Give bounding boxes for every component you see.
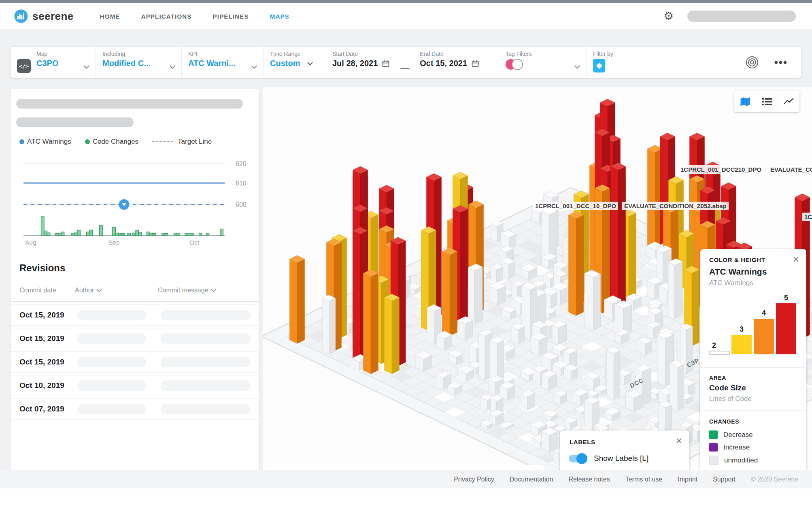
settings-gear-icon[interactable]	[663, 11, 674, 22]
commit-message-placeholder	[161, 333, 251, 344]
author-placeholder	[77, 380, 146, 391]
revisions-col-author[interactable]: Author	[75, 287, 158, 294]
code-city-map[interactable]: 1CPRCL_001_DCC_10_DPOEVALUATE_CONDITION_…	[263, 87, 812, 482]
chevron-down-icon[interactable]	[251, 65, 257, 69]
list-view-button[interactable]	[756, 91, 778, 112]
trend-icon	[783, 97, 795, 106]
footer-link-release-notes[interactable]: Release notes	[568, 476, 610, 483]
area-name: Code Size	[709, 383, 746, 392]
revision-row[interactable]: Oct 15, 2019	[11, 305, 259, 326]
author-placeholder	[77, 333, 146, 344]
chevron-down-icon[interactable]	[169, 65, 176, 69]
filter-tags[interactable]: Tag Filters	[499, 47, 586, 78]
calendar-icon[interactable]	[382, 60, 390, 68]
map-file-label[interactable]: 1CPRCL_001_DCC210_DPO	[678, 165, 763, 174]
filter-kpi[interactable]: KPI ATC Warni...	[181, 47, 263, 78]
changes-label: CHANGES	[709, 418, 739, 425]
author-placeholder	[77, 357, 146, 367]
filter-map-label: Map	[36, 51, 90, 57]
commit-message-placeholder	[161, 404, 251, 414]
nav-divider	[86, 9, 86, 23]
more-menu-icon[interactable]: •••	[774, 56, 788, 69]
nav-item-home[interactable]: HOME	[100, 13, 120, 20]
filter-kpi-label: KPI	[188, 51, 257, 57]
footer-link-support[interactable]: Support	[713, 476, 735, 483]
author-placeholder	[77, 310, 146, 320]
revision-row[interactable]: Oct 15, 2019	[11, 328, 259, 349]
revision-row[interactable]: Oct 15, 2019	[11, 351, 259, 373]
map-view-toolbar	[734, 91, 799, 112]
brand-name: seerene	[32, 10, 74, 23]
end-date-value[interactable]: Oct 15, 2021	[420, 59, 467, 68]
chevron-down-icon[interactable]	[307, 62, 313, 65]
title-placeholder	[16, 99, 243, 109]
chevron-down-icon[interactable]	[83, 65, 90, 69]
nav-item-maps[interactable]: MAPS	[270, 13, 289, 20]
time-range-value[interactable]: Custom	[270, 59, 300, 68]
area-label: AREA	[709, 375, 726, 381]
nav-item-pipelines[interactable]: PIPELINES	[213, 13, 249, 20]
svg-text:620: 620	[236, 160, 247, 167]
footer-link-imprint[interactable]: Imprint	[678, 476, 697, 483]
start-date-field[interactable]: Start Date Jul 28, 2021	[332, 51, 390, 68]
filter-by[interactable]: Filter by	[586, 47, 708, 78]
legend-item: Code Changes	[85, 138, 138, 146]
start-date-value[interactable]: Jul 28, 2021	[332, 59, 378, 68]
tag-chip-empty[interactable]	[512, 59, 523, 70]
svg-text:600: 600	[236, 201, 247, 208]
map-file-label[interactable]: 1CPRCL_001_DCC_10_DPO	[533, 202, 618, 210]
revision-row[interactable]: Oct 10, 2019	[11, 375, 259, 396]
filter-by-icon[interactable]	[593, 59, 605, 72]
footer-link-privacy-policy[interactable]: Privacy Policy	[454, 476, 494, 483]
commit-date: Oct 15, 2019	[19, 311, 77, 320]
legend-dash-icon	[152, 141, 173, 142]
chevron-down-icon[interactable]	[96, 289, 102, 292]
filter-map[interactable]: Map </> C3PO	[11, 47, 96, 78]
map-file-label[interactable]: 1CP	[802, 213, 812, 221]
trend-view-button[interactable]	[778, 91, 799, 112]
close-icon[interactable]: ×	[793, 254, 799, 264]
change-label: Decrease	[723, 431, 753, 439]
content-area: Map </> C3PO Including Modified C... KPI…	[0, 29, 812, 488]
revision-row[interactable]: Oct 07, 2019	[11, 398, 259, 420]
time-range-label: Time Range	[270, 51, 322, 57]
map-view-button[interactable]	[734, 91, 756, 112]
chevron-down-icon[interactable]	[210, 289, 216, 292]
commit-message-placeholder	[161, 310, 251, 320]
footer-link-terms-of-use[interactable]: Terms of use	[625, 476, 663, 483]
kpi-trend-chart[interactable]: 620610600AugSepOct	[16, 155, 253, 249]
filter-kpi-value[interactable]: ATC Warni...	[188, 59, 257, 68]
height-legend-chart: 2345	[708, 293, 798, 361]
code-icon: </>	[17, 59, 31, 73]
close-icon[interactable]: ×	[676, 435, 682, 446]
map-file-label[interactable]: EVALUATE_CON	[768, 165, 812, 174]
end-date-field[interactable]: End Date Oct 15, 2021	[420, 51, 479, 68]
filter-including-value[interactable]: Modified C...	[102, 59, 176, 68]
focus-target-icon[interactable]	[745, 55, 759, 69]
svg-text:2: 2	[712, 341, 716, 349]
show-labels-toggle[interactable]	[569, 455, 586, 462]
divider	[11, 301, 259, 302]
tag-filter-chips[interactable]	[506, 59, 580, 70]
revisions-col-commit-message[interactable]: Commit message	[158, 287, 216, 294]
nav-item-applications[interactable]: APPLICATIONS	[141, 13, 192, 20]
footer-link-documentation[interactable]: Documentation	[510, 476, 553, 483]
swatch-icon	[709, 430, 718, 439]
brand[interactable]: seerene	[14, 9, 74, 23]
change-label: Increase	[723, 443, 750, 452]
filter-including[interactable]: Including Modified C...	[96, 47, 181, 78]
filter-map-value[interactable]: C3PO	[36, 59, 90, 68]
calendar-icon[interactable]	[471, 60, 479, 68]
user-menu-placeholder[interactable]	[687, 11, 796, 22]
chart-legend: ATC WarningsCode ChangesTarget Line	[19, 138, 212, 146]
filter-including-label: Including	[102, 51, 176, 57]
footer: Privacy PolicyDocumentationRelease notes…	[0, 470, 812, 488]
legend-item: Target Line	[152, 138, 212, 146]
revisions-list: Oct 15, 2019Oct 15, 2019Oct 15, 2019Oct …	[11, 305, 259, 422]
map-file-label[interactable]: EVALUATE_CONDITION_Z052.abap	[622, 202, 729, 210]
filter-dates: Time Range Custom Start Date Jul 28, 202…	[263, 47, 499, 78]
chevron-down-icon[interactable]	[574, 65, 580, 69]
commit-date: Oct 07, 2019	[19, 405, 77, 413]
color-height-panel: COLOR & HEIGHT × ATC Warnings ATC Warnin…	[700, 249, 806, 476]
time-range-select[interactable]: Time Range Custom	[270, 51, 322, 68]
